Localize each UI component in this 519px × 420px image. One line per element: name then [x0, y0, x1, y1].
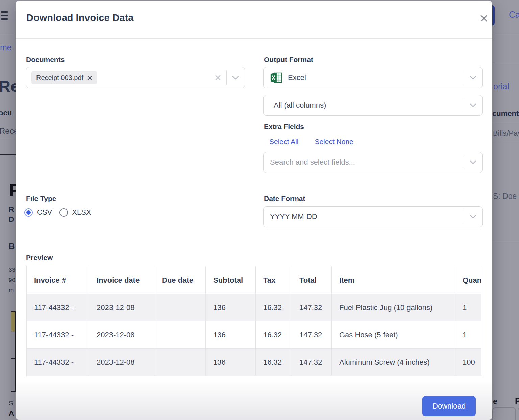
table-cell: 16.32 [256, 349, 292, 376]
bg-divider [492, 62, 519, 62]
bg-doc-meta-fragment: D [9, 215, 14, 224]
clear-selection-icon[interactable] [215, 74, 221, 81]
bg-documents-header-fragment: ocu [0, 109, 12, 117]
table-cell [154, 294, 206, 321]
table-cell [154, 349, 206, 376]
chevron-down-icon[interactable] [469, 160, 477, 165]
divider [464, 210, 464, 224]
bg-documents-header-fragment: cument [492, 109, 519, 118]
table-cell: 16.32 [256, 321, 292, 349]
table-cell: 1 [455, 321, 482, 349]
bg-tutorial-link-fragment: orial [493, 82, 509, 91]
bg-bottom-text-fragment: S [9, 400, 13, 407]
bg-bottom-text-fragment: P [515, 396, 519, 406]
bg-doc-meta-fragment: R [9, 205, 14, 213]
output-format-label: Output Format [264, 56, 313, 64]
columns-select[interactable]: All (all columns) [263, 95, 483, 116]
divider [226, 71, 227, 85]
column-header: Invoice # [27, 266, 89, 294]
table-cell: 117-44332 - [27, 321, 89, 349]
columns-select-value: All (all columns) [274, 101, 326, 110]
table-cell: 100 [455, 349, 482, 376]
chevron-down-icon[interactable] [232, 75, 239, 80]
table-cell: 117-44332 - [27, 294, 89, 321]
column-header: Quantity [455, 266, 482, 294]
xlsx-radio-label[interactable]: XLSX [72, 208, 91, 217]
xlsx-radio[interactable] [59, 208, 68, 217]
bg-divider [492, 242, 519, 242]
bg-divider [0, 154, 16, 155]
file-type-label: File Type [26, 194, 56, 203]
bg-breadcrumb-fragment: me [0, 43, 12, 52]
table-row: 117-44332 -2023-12-0813616.32147.32Alumi… [27, 349, 482, 376]
bg-table-header-cell [11, 311, 16, 332]
table-cell: Aluminum Screw (4 inches) [332, 349, 455, 376]
modal-header: Download Invoice Data [16, 1, 492, 39]
extra-fields-label: Extra Fields [264, 123, 304, 131]
remove-tag-icon[interactable] [87, 75, 92, 80]
bg-divider [492, 124, 519, 124]
bg-bottom-text-fragment: e [493, 397, 497, 406]
excel-icon [270, 71, 282, 84]
divider [464, 98, 464, 112]
output-format-select[interactable]: Excel [263, 67, 483, 88]
bg-bottom-text-fragment: A [9, 409, 14, 417]
table-cell: 147.32 [292, 321, 332, 349]
bg-card [518, 407, 519, 420]
table-cell: 1 [455, 294, 482, 321]
column-header: Subtotal [206, 266, 256, 294]
document-tag-label: Receipt 003.pdf [36, 74, 83, 82]
select-all-link[interactable]: Select All [269, 138, 298, 146]
output-format-value: Excel [288, 73, 306, 82]
chevron-down-icon[interactable] [469, 75, 477, 80]
table-cell: Gas Hose (5 feet) [332, 321, 455, 349]
bg-billto-fragment: B [9, 242, 15, 251]
bg-table-cell [11, 359, 16, 392]
preview-table-head-row: Invoice #Invoice dateDue dateSubtotalTax… [27, 266, 482, 294]
bg-bills-fragment: Bills/Pay [493, 129, 519, 138]
bg-address-fragment: 90 [9, 277, 15, 284]
column-header: Tax [256, 266, 292, 294]
hamburger-menu-icon[interactable] [1, 11, 8, 22]
bg-divider [0, 140, 16, 140]
bg-divider [492, 143, 519, 143]
download-button[interactable]: Download [422, 396, 476, 416]
select-none-link[interactable]: Select None [315, 138, 353, 146]
documents-label: Documents [26, 56, 65, 64]
table-cell: 2023-12-08 [89, 321, 154, 349]
column-header: Invoice date [89, 266, 154, 294]
bg-card [492, 407, 516, 420]
close-icon[interactable] [479, 14, 489, 23]
table-cell: 2023-12-08 [89, 294, 154, 321]
table-row: 117-44332 -2023-12-0813616.32147.32Gas H… [27, 321, 482, 349]
bg-payer-fragment: S: Doe J [493, 192, 519, 201]
table-cell: 117-44332 - [27, 349, 89, 376]
table-cell: 147.32 [292, 294, 332, 321]
csv-radio-label[interactable]: CSV [37, 208, 52, 217]
divider [464, 155, 464, 169]
document-tag: Receipt 003.pdf [31, 71, 97, 84]
bg-table-cell [11, 332, 16, 359]
table-cell: 136 [206, 349, 256, 376]
csv-radio[interactable] [24, 208, 33, 217]
modal-title: Download Invoice Data [26, 12, 133, 23]
table-cell: Fuel Plastic Jug (10 gallons) [332, 294, 455, 321]
search-fields-input[interactable] [264, 158, 459, 167]
table-cell: 2023-12-08 [89, 349, 154, 376]
column-header: Due date [154, 266, 206, 294]
preview-table-body: 117-44332 -2023-12-0813616.32147.32Fuel … [27, 294, 482, 376]
extra-fields-search-select[interactable] [263, 152, 483, 173]
column-header: Item [332, 266, 455, 294]
divider [464, 71, 464, 85]
date-format-select[interactable]: YYYY-MM-DD [263, 206, 483, 227]
chevron-down-icon[interactable] [469, 103, 477, 108]
footer-fade [16, 380, 492, 420]
date-format-label: Date Format [264, 194, 305, 203]
documents-multiselect[interactable]: Receipt 003.pdf [26, 67, 245, 88]
date-format-value: YYYY-MM-DD [270, 212, 317, 221]
table-cell: 16.32 [256, 294, 292, 321]
table-row: 117-44332 -2023-12-0813616.32147.32Fuel … [27, 294, 482, 321]
download-invoice-modal: Download Invoice Data Documents Receipt … [16, 1, 492, 420]
chevron-down-icon[interactable] [469, 214, 477, 219]
bg-address-fragment: 33 [9, 267, 15, 273]
